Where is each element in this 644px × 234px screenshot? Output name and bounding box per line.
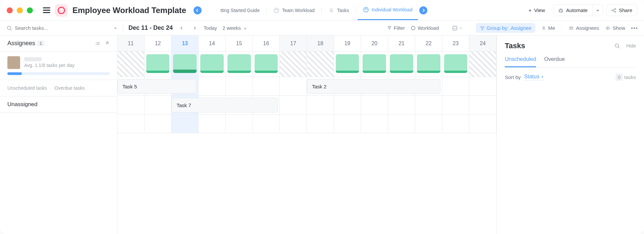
- overdue-link[interactable]: Overdue tasks: [54, 85, 85, 91]
- tab-individual-workload[interactable]: Individual Workload: [358, 0, 418, 20]
- day-column[interactable]: 14: [199, 35, 226, 51]
- minimize-window-icon[interactable]: [17, 7, 23, 13]
- task-row: Task 7: [117, 96, 496, 114]
- workload-block[interactable]: [255, 54, 278, 73]
- tab-label: Individual Workload: [372, 7, 413, 12]
- day-column[interactable]: 12: [145, 35, 172, 51]
- assignee-name: [24, 57, 42, 61]
- svg-point-18: [543, 26, 545, 28]
- prev-period-button[interactable]: [178, 24, 185, 32]
- svg-point-13: [412, 26, 415, 30]
- svg-point-15: [481, 26, 482, 28]
- filter-icon: [387, 26, 392, 30]
- grid-cell: [199, 77, 226, 95]
- day-column[interactable]: 16: [253, 35, 280, 51]
- share-label: Share: [619, 7, 632, 13]
- workload-block[interactable]: [390, 54, 413, 73]
- assignee-row[interactable]: Avg. 1.1/8 tasks per day: [0, 52, 117, 80]
- day-column[interactable]: 24: [469, 35, 496, 51]
- show-toggle[interactable]: Show: [605, 25, 625, 31]
- grid-cell: [253, 114, 280, 133]
- day-column[interactable]: 19: [334, 35, 361, 51]
- menu-icon[interactable]: [43, 6, 50, 14]
- task-row: Task 5Task 2: [117, 77, 496, 96]
- today-button[interactable]: Today: [204, 25, 217, 31]
- sort-value[interactable]: Status: [524, 74, 544, 81]
- workload-block[interactable]: [227, 54, 251, 73]
- avatar: [7, 56, 20, 69]
- me-toggle[interactable]: Me: [541, 25, 555, 31]
- workload-block[interactable]: [363, 54, 386, 73]
- filter-button[interactable]: Filter: [387, 25, 405, 31]
- grid-cell: [117, 96, 145, 114]
- tab-team-workload[interactable]: Team Workload: [268, 5, 320, 16]
- search-input[interactable]: [15, 25, 111, 31]
- maximize-window-icon[interactable]: [27, 7, 33, 13]
- tab-tasks[interactable]: Tasks: [323, 5, 355, 16]
- workload-block[interactable]: [417, 54, 440, 73]
- more-menu[interactable]: [631, 27, 637, 29]
- doc-icon: [212, 7, 218, 13]
- day-column[interactable]: 22: [415, 35, 442, 51]
- grid-cell: [334, 96, 361, 114]
- tab-unscheduled[interactable]: Unscheduled: [505, 56, 536, 67]
- workload-block[interactable]: [336, 54, 359, 73]
- unscheduled-link[interactable]: Unscheduled tasks: [7, 85, 47, 91]
- tab-getting-started[interactable]: tting Started Guide: [206, 5, 265, 16]
- svg-point-0: [274, 8, 279, 13]
- search-dropdown[interactable]: [113, 26, 117, 30]
- workload-block[interactable]: [173, 54, 197, 73]
- people-icon: [569, 26, 574, 30]
- eye-icon[interactable]: [95, 41, 101, 46]
- grid-cell: [280, 114, 307, 133]
- tab-scroll-right-icon[interactable]: [419, 6, 427, 14]
- app-logo[interactable]: [55, 4, 68, 17]
- checkbox-dropdown[interactable]: [452, 25, 462, 31]
- tab-overdue[interactable]: Overdue: [544, 56, 565, 67]
- share-button[interactable]: Share: [606, 4, 637, 16]
- grid-cell: [253, 77, 280, 95]
- unassigned-row[interactable]: Unassigned: [0, 96, 117, 113]
- automate-dropdown[interactable]: [593, 4, 603, 16]
- task-block[interactable]: Task 2: [307, 79, 440, 94]
- day-column[interactable]: 13: [171, 35, 199, 51]
- search-box[interactable]: [7, 25, 117, 31]
- view-button[interactable]: + View: [524, 5, 550, 16]
- task-block[interactable]: Task 5: [117, 79, 197, 94]
- search-icon[interactable]: [614, 43, 620, 49]
- hide-button[interactable]: Hide: [626, 43, 636, 49]
- day-column[interactable]: 23: [442, 35, 470, 51]
- timespan-select[interactable]: 2 weeks: [222, 25, 247, 31]
- day-column[interactable]: 21: [388, 35, 415, 51]
- svg-point-8: [614, 11, 616, 12]
- chevron-down-icon: [244, 27, 247, 30]
- workload-block[interactable]: [146, 54, 170, 73]
- day-column[interactable]: 15: [226, 35, 253, 51]
- assignees-filter[interactable]: Assignees: [569, 25, 599, 31]
- close-window-icon[interactable]: [7, 7, 13, 13]
- assignees-count: 1: [37, 41, 44, 46]
- grid-cell: [145, 114, 172, 133]
- workload-button[interactable]: Workload: [411, 25, 439, 31]
- svg-rect-14: [453, 26, 457, 30]
- checkbox-icon: [452, 25, 458, 31]
- day-column[interactable]: 17: [280, 35, 307, 51]
- day-column[interactable]: 11: [117, 35, 145, 51]
- svg-point-7: [612, 10, 613, 11]
- grid-cell: [226, 114, 253, 133]
- task-block[interactable]: Task 7: [171, 98, 278, 112]
- tab-scroll-left-icon[interactable]: [194, 6, 202, 14]
- workload-icon: [273, 7, 279, 13]
- next-period-button[interactable]: [191, 24, 198, 32]
- svg-point-16: [483, 26, 484, 28]
- day-column[interactable]: 18: [307, 35, 334, 51]
- grid-cell: [361, 114, 388, 133]
- workload-block[interactable]: [444, 54, 468, 73]
- workload-block[interactable]: [200, 54, 224, 73]
- svg-point-11: [7, 26, 11, 29]
- collapse-icon[interactable]: [105, 41, 110, 46]
- groupby-chip[interactable]: Group by: Assignee: [476, 23, 536, 33]
- date-range[interactable]: Dec 11 - Dec 24: [128, 24, 173, 31]
- day-column[interactable]: 20: [361, 35, 388, 51]
- automate-button[interactable]: Automate: [553, 4, 593, 16]
